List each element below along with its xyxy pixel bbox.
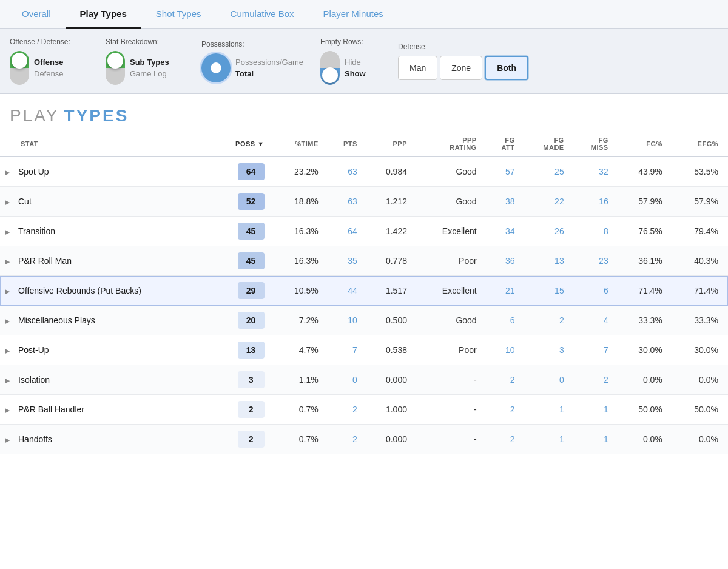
pts: 2 <box>325 395 363 425</box>
fg-att: 34 <box>483 217 521 246</box>
possessions-options: Possessions/Game Total <box>235 58 303 78</box>
tab-shot-types[interactable]: Shot Types <box>141 0 216 29</box>
efg-pct: 0.0% <box>669 365 728 395</box>
possessions-per-game-option: Possessions/Game <box>235 58 303 67</box>
tab-player-minutes[interactable]: Player Minutes <box>309 0 398 29</box>
expand-cell[interactable]: ▶ <box>0 335 15 365</box>
expand-cell[interactable]: ▶ <box>0 157 15 187</box>
play-types-table: STAT POSS ▼ %TIME PTS PPP PPPRATING FGAT… <box>0 132 728 454</box>
stat-name: Transition <box>15 217 209 246</box>
col-expand <box>0 132 15 157</box>
fg-miss: 6 <box>570 276 615 306</box>
pct-time: 4.7% <box>271 335 325 365</box>
gamelog-option: Game Log <box>130 69 169 78</box>
table-row: ▶ Post-Up 13 4.7% 7 0.538 Poor 10 3 7 30… <box>0 335 728 365</box>
expand-icon: ▶ <box>5 228 10 235</box>
pts: 63 <box>325 187 363 217</box>
empty-rows-toggle[interactable] <box>320 51 340 85</box>
fg-pct: 33.3% <box>615 306 669 335</box>
possessions-toggle[interactable] <box>201 53 231 82</box>
fg-miss: 1 <box>570 425 615 454</box>
expand-icon: ▶ <box>5 377 10 384</box>
table-row: ▶ Isolation 3 1.1% 0 0.000 - 2 0 2 0.0% … <box>0 365 728 395</box>
fg-made: 2 <box>521 306 570 335</box>
zone-button[interactable]: Zone <box>440 56 482 80</box>
ppp: 0.538 <box>363 335 413 365</box>
fg-pct: 76.5% <box>615 217 669 246</box>
offense-option: Offense <box>34 58 63 67</box>
expand-cell[interactable]: ▶ <box>0 276 15 306</box>
efg-pct: 53.5% <box>669 157 728 187</box>
pts: 44 <box>325 276 363 306</box>
empty-rows-options: Hide Show <box>345 58 366 78</box>
efg-pct: 33.3% <box>669 306 728 335</box>
fg-att: 38 <box>483 187 521 217</box>
expand-cell[interactable]: ▶ <box>0 246 15 276</box>
fg-pct: 0.0% <box>615 425 669 454</box>
stat-breakdown-toggle[interactable] <box>106 51 125 85</box>
offense-defense-toggle[interactable] <box>10 51 29 85</box>
stat-breakdown-options: Sub Types Game Log <box>130 58 169 78</box>
defense-buttons: Man Zone Both <box>398 56 528 80</box>
col-pts: PTS <box>325 132 363 157</box>
col-ppp: PPP <box>363 132 413 157</box>
man-button[interactable]: Man <box>398 56 437 80</box>
fg-made: 22 <box>521 187 570 217</box>
pct-time: 23.2% <box>271 157 325 187</box>
col-fg-att: FGATT <box>483 132 521 157</box>
table-row: ▶ Spot Up 64 23.2% 63 0.984 Good 57 25 3… <box>0 157 728 187</box>
expand-cell[interactable]: ▶ <box>0 365 15 395</box>
possessions-group: Possessions: Possessions/Game Total <box>201 40 303 82</box>
empty-rows-label: Empty Rows: <box>320 38 381 46</box>
ppp-rating: Excellent <box>413 276 483 306</box>
fg-att: 2 <box>483 365 521 395</box>
col-poss[interactable]: POSS ▼ <box>209 132 271 157</box>
poss-value: 13 <box>209 335 271 365</box>
ppp: 0.000 <box>363 425 413 454</box>
pct-time: 18.8% <box>271 187 325 217</box>
table-row: ▶ Handoffs 2 0.7% 2 0.000 - 2 1 1 0.0% 0… <box>0 425 728 454</box>
fg-pct: 30.0% <box>615 335 669 365</box>
poss-value: 45 <box>209 217 271 246</box>
fg-pct: 50.0% <box>615 395 669 425</box>
fg-made: 13 <box>521 246 570 276</box>
poss-value: 2 <box>209 395 271 425</box>
stat-name: Cut <box>15 187 209 217</box>
ppp-rating: - <box>413 425 483 454</box>
stat-name: Offensive Rebounds (Put Backs) <box>15 276 209 306</box>
both-button[interactable]: Both <box>485 56 528 80</box>
stat-name: Miscellaneous Plays <box>15 306 209 335</box>
ppp: 0.000 <box>363 365 413 395</box>
expand-cell[interactable]: ▶ <box>0 306 15 335</box>
expand-icon: ▶ <box>5 169 10 176</box>
ppp-rating: Good <box>413 187 483 217</box>
pts: 63 <box>325 157 363 187</box>
table-row: ▶ Offensive Rebounds (Put Backs) 29 10.5… <box>0 276 728 306</box>
ppp: 0.778 <box>363 246 413 276</box>
poss-value: 29 <box>209 276 271 306</box>
show-option: Show <box>345 69 366 78</box>
ppp-rating: Poor <box>413 246 483 276</box>
ppp-rating: - <box>413 395 483 425</box>
expand-cell[interactable]: ▶ <box>0 217 15 246</box>
ppp: 1.517 <box>363 276 413 306</box>
stat-breakdown-group: Stat Breakdown: Sub Types Game Log <box>106 38 184 85</box>
ppp: 1.000 <box>363 395 413 425</box>
tab-overall[interactable]: Overall <box>7 0 66 29</box>
fg-made: 3 <box>521 335 570 365</box>
expand-cell[interactable]: ▶ <box>0 395 15 425</box>
pts: 35 <box>325 246 363 276</box>
poss-value: 2 <box>209 425 271 454</box>
fg-att: 57 <box>483 157 521 187</box>
tab-play-types[interactable]: Play Types <box>66 0 141 29</box>
col-fg-miss: FGMISS <box>570 132 615 157</box>
defense-label: Defense: <box>398 42 528 51</box>
expand-cell[interactable]: ▶ <box>0 425 15 454</box>
col-ppp-rating: PPPRATING <box>413 132 483 157</box>
stat-name: Isolation <box>15 365 209 395</box>
pts: 64 <box>325 217 363 246</box>
expand-icon: ▶ <box>5 317 10 325</box>
expand-cell[interactable]: ▶ <box>0 187 15 217</box>
expand-icon: ▶ <box>5 436 10 443</box>
tab-cumulative-box[interactable]: Cumulative Box <box>216 0 309 29</box>
